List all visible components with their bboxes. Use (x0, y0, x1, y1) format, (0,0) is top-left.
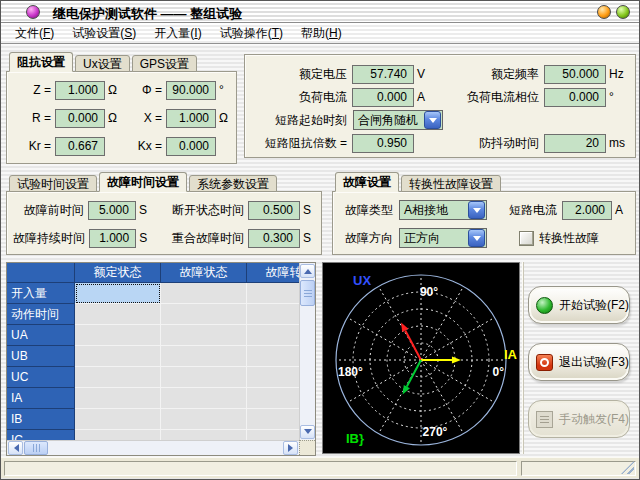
start-test-button[interactable]: 开始试验(F2) (528, 286, 630, 324)
column-header: 故障状态 (161, 263, 247, 283)
z-unit: Ω (108, 83, 120, 97)
table-cell[interactable] (161, 325, 247, 346)
tab-gps-settings[interactable]: GPS设置 (132, 55, 197, 72)
tab-ux-settings[interactable]: Ux设置 (75, 55, 130, 72)
table-cell[interactable] (161, 367, 247, 388)
manual-trigger-button: 手动触发(F4) (528, 400, 630, 438)
scroll-up-icon[interactable] (300, 264, 315, 278)
close-icon[interactable] (616, 5, 630, 19)
resize-grip-icon[interactable] (621, 461, 634, 474)
row-header: UC (7, 367, 75, 388)
table-cell[interactable] (247, 388, 299, 409)
row-header: IA (7, 388, 75, 409)
load-phase-input[interactable]: 0.000 (544, 88, 606, 107)
horizontal-scrollbar (7, 440, 299, 455)
table-cell[interactable] (75, 367, 161, 388)
fault-pre-time-input[interactable]: 5.000 (88, 201, 136, 220)
table-cell[interactable] (75, 283, 161, 304)
table-cell[interactable] (75, 409, 161, 430)
chevron-down-icon[interactable] (424, 111, 441, 129)
fault-duration-input[interactable]: 1.000 (89, 229, 136, 248)
open-state-time-input[interactable]: 0.500 (248, 201, 300, 220)
fault-direction-select[interactable]: 正方向 (399, 228, 487, 248)
table-cell[interactable] (247, 283, 299, 304)
rated-freq-unit: Hz (609, 67, 625, 81)
tab-impedance-settings[interactable]: 阻抗设置 (9, 52, 73, 72)
menu-help[interactable]: 帮助(H) (292, 23, 351, 44)
table-cell[interactable] (161, 283, 247, 304)
exit-test-button[interactable]: 退出试验(F3) (528, 343, 630, 381)
table-cell[interactable] (161, 430, 247, 440)
column-header: 故障转换 (247, 263, 299, 283)
short-circuit-current-unit: A (615, 203, 627, 217)
title-bar: 继电保护测试软件 —— 整组试验 (1, 1, 639, 23)
fault-pre-time-label: 故障前时间 (13, 202, 84, 219)
table-cell[interactable] (75, 304, 161, 325)
svg-text:180°: 180° (338, 365, 363, 379)
scroll-right-icon[interactable] (283, 441, 298, 455)
table-cell[interactable] (247, 304, 299, 325)
chevron-down-icon[interactable] (468, 201, 485, 219)
table-cell[interactable] (161, 409, 247, 430)
rated-voltage-input[interactable]: 57.740 (352, 65, 414, 84)
reclose-fault-time-label: 重合故障时间 (148, 230, 244, 247)
table-cell[interactable] (247, 367, 299, 388)
horizontal-scroll-thumb[interactable] (24, 441, 48, 455)
menu-test-operation[interactable]: 试验操作(T) (211, 23, 292, 44)
table-cell[interactable] (247, 409, 299, 430)
table-cell[interactable] (75, 346, 161, 367)
kx-input[interactable]: 0.000 (166, 137, 216, 156)
rated-voltage-label: 额定电压 (251, 66, 347, 83)
scroll-down-icon[interactable] (300, 425, 315, 439)
table-cell[interactable] (161, 304, 247, 325)
table-cell[interactable] (75, 388, 161, 409)
short-start-select[interactable]: 合闸角随机 (353, 110, 443, 130)
r-input[interactable]: 0.000 (55, 109, 105, 128)
table-row: IB (7, 409, 299, 430)
system-menu-icon[interactable] (26, 5, 40, 19)
convert-fault-label: 转换性故障 (539, 230, 599, 247)
table-cell[interactable] (247, 325, 299, 346)
load-current-input[interactable]: 0.000 (352, 88, 414, 107)
minimize-icon[interactable] (597, 5, 611, 19)
table-cell[interactable] (75, 325, 161, 346)
phi-input[interactable]: 90.000 (166, 81, 216, 100)
vertical-scroll-thumb[interactable] (300, 280, 315, 306)
status-bar (1, 457, 639, 478)
fault-type-select[interactable]: A相接地 (399, 200, 487, 220)
menu-binary-input[interactable]: 开入量(I) (145, 23, 210, 44)
table-cell[interactable] (247, 346, 299, 367)
table-cell[interactable] (161, 346, 247, 367)
tab-test-time-settings[interactable]: 试验时间设置 (9, 175, 97, 192)
convert-fault-checkbox[interactable] (519, 231, 534, 246)
x-input[interactable]: 1.000 (166, 109, 216, 128)
short-start-label: 短路起始时刻 (251, 112, 347, 129)
phi-label: Φ = (122, 83, 162, 97)
short-circuit-current-input[interactable]: 2.000 (562, 201, 612, 220)
tab-system-param-settings[interactable]: 系统参数设置 (189, 175, 277, 192)
z-input[interactable]: 1.000 (55, 81, 105, 100)
table-cell[interactable] (161, 388, 247, 409)
chevron-down-icon[interactable] (468, 229, 485, 247)
fault-type-label: 故障类型 (339, 202, 393, 219)
open-state-time-label: 断开状态时间 (148, 202, 244, 219)
status-message-right (521, 461, 636, 476)
debounce-input[interactable]: 20 (544, 134, 606, 153)
menu-file[interactable]: 文件(F) (6, 23, 63, 44)
r-label: R = (15, 111, 51, 125)
tab-fault-settings[interactable]: 故障设置 (335, 172, 399, 192)
table-cell[interactable] (247, 430, 299, 440)
fault-settings-panel: 故障设置 转换性故障设置 故障类型 A相接地 短路电流 2.000 A 故障方向 (332, 172, 636, 255)
scroll-left-icon[interactable] (8, 441, 23, 455)
tab-fault-time-settings[interactable]: 故障时间设置 (99, 172, 187, 192)
z-label: Z = (15, 83, 51, 97)
reclose-fault-time-input[interactable]: 0.300 (248, 229, 300, 248)
impedance-multiple-input[interactable]: 0.950 (352, 134, 414, 153)
table-cell[interactable] (75, 430, 161, 440)
rated-freq-input[interactable]: 50.000 (544, 65, 606, 84)
kr-input[interactable]: 0.667 (55, 137, 105, 156)
tab-convert-fault-settings[interactable]: 转换性故障设置 (401, 175, 501, 192)
result-table: 额定状态故障状态故障转换开入量动作时间UAUBUCIAIBIC (6, 262, 316, 456)
menu-test-settings[interactable]: 试验设置(S) (63, 23, 145, 44)
phasor-panel: 90°180°0°270°UXIAIB} (322, 262, 520, 454)
